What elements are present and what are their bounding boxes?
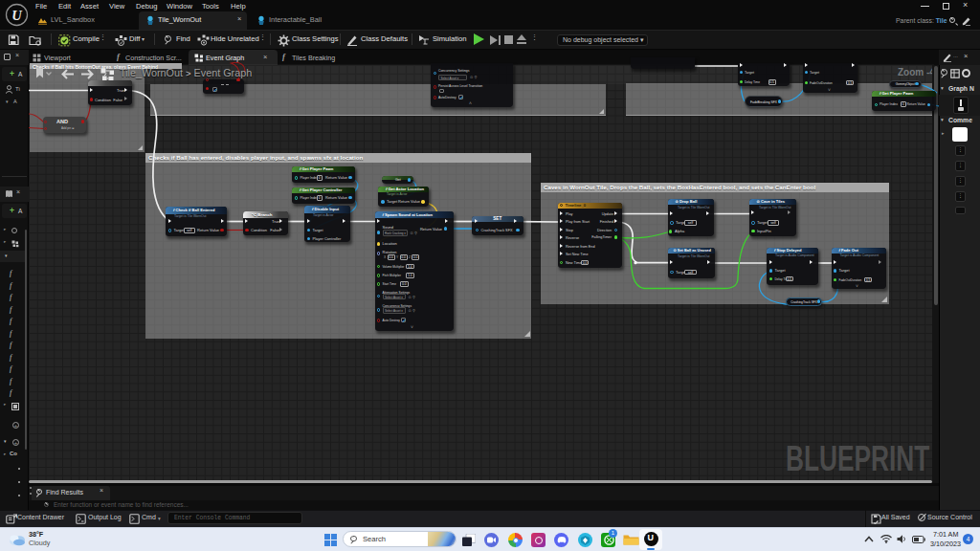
svg-text:U: U <box>11 8 23 23</box>
